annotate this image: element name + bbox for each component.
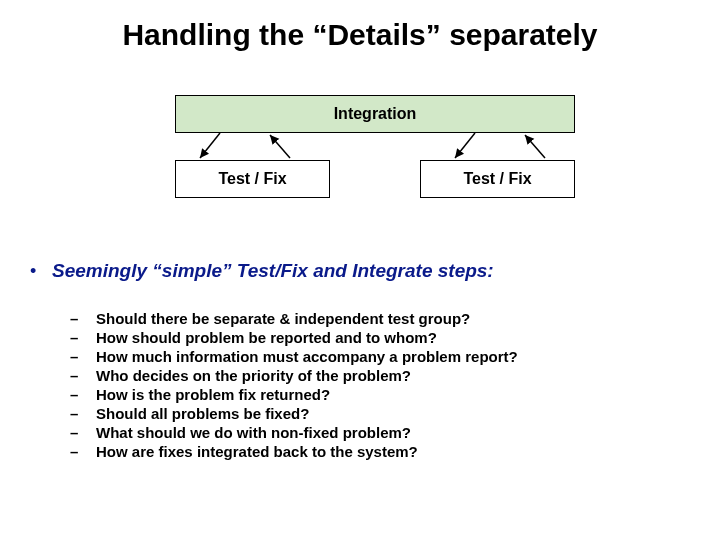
list-item-label: How are fixes integrated back to the sys… bbox=[96, 443, 418, 460]
dash-icon: – bbox=[70, 386, 96, 403]
dash-icon: – bbox=[70, 424, 96, 441]
arrow-left-to-integration bbox=[270, 135, 290, 158]
lead-bullet-row: • Seemingly “simple” Test/Fix and Integr… bbox=[30, 260, 670, 282]
list-item-label: Should there be separate & independent t… bbox=[96, 310, 470, 327]
list-item: – How is the problem fix returned? bbox=[70, 386, 670, 403]
sub-list: – Should there be separate & independent… bbox=[70, 310, 670, 462]
list-item-label: Should all problems be fixed? bbox=[96, 405, 309, 422]
slide-title: Handling the “Details” separately bbox=[0, 18, 720, 52]
lead-bullet-icon: • bbox=[30, 261, 52, 282]
list-item: – How should problem be reported and to … bbox=[70, 329, 670, 346]
dash-icon: – bbox=[70, 348, 96, 365]
list-item-label: How should problem be reported and to wh… bbox=[96, 329, 437, 346]
box-integration: Integration bbox=[175, 95, 575, 133]
lead-text: Seemingly “simple” Test/Fix and Integrat… bbox=[52, 260, 494, 282]
box-testfix-right: Test / Fix bbox=[420, 160, 575, 198]
list-item-label: How is the problem fix returned? bbox=[96, 386, 330, 403]
arrow-integration-to-left bbox=[200, 133, 220, 158]
list-item: – How much information must accompany a … bbox=[70, 348, 670, 365]
arrow-integration-to-right bbox=[455, 133, 475, 158]
list-item-label: How much information must accompany a pr… bbox=[96, 348, 518, 365]
list-item: – Should there be separate & independent… bbox=[70, 310, 670, 327]
list-item: – What should we do with non-fixed probl… bbox=[70, 424, 670, 441]
arrow-right-to-integration bbox=[525, 135, 545, 158]
dash-icon: – bbox=[70, 443, 96, 460]
list-item-label: What should we do with non-fixed problem… bbox=[96, 424, 411, 441]
box-testfix-left: Test / Fix bbox=[175, 160, 330, 198]
list-item-label: Who decides on the priority of the probl… bbox=[96, 367, 411, 384]
list-item: – Should all problems be fixed? bbox=[70, 405, 670, 422]
dash-icon: – bbox=[70, 367, 96, 384]
slide: Handling the “Details” separately Integr… bbox=[0, 0, 720, 540]
list-item: – Who decides on the priority of the pro… bbox=[70, 367, 670, 384]
dash-icon: – bbox=[70, 329, 96, 346]
dash-icon: – bbox=[70, 310, 96, 327]
dash-icon: – bbox=[70, 405, 96, 422]
list-item: – How are fixes integrated back to the s… bbox=[70, 443, 670, 460]
